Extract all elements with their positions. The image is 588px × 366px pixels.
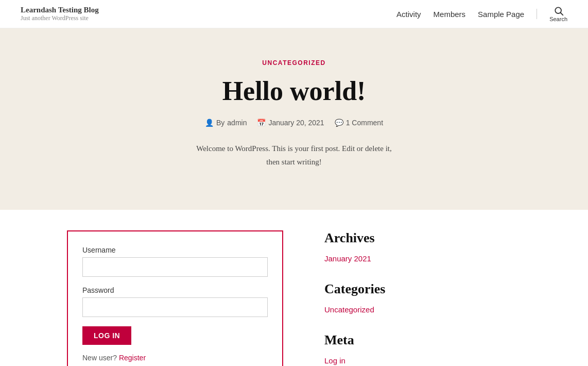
- categories-section: Categories Uncategorized: [324, 281, 567, 314]
- author-name[interactable]: admin: [227, 119, 247, 127]
- hero-section: UNCATEGORIZED Hello world! 👤 By admin 📅 …: [0, 28, 588, 210]
- login-widget: Username Password LOG IN New user? Regis…: [67, 230, 283, 366]
- meta-section: Meta Log in Entries feed Comments feed: [324, 332, 567, 366]
- svg-line-1: [560, 13, 563, 15]
- site-title[interactable]: Learndash Testing Blog: [21, 6, 99, 14]
- nav-members[interactable]: Members: [434, 10, 466, 19]
- nav-divider: [537, 9, 537, 19]
- username-label: Username: [82, 246, 268, 254]
- main-area: Username Password LOG IN New user? Regis…: [0, 210, 588, 366]
- archives-heading: Archives: [324, 230, 567, 246]
- register-link[interactable]: Register: [119, 354, 146, 362]
- right-column: Archives January 2021 Categories Uncateg…: [324, 230, 567, 366]
- calendar-icon: 📅: [257, 119, 266, 127]
- site-description: Just another WordPress site: [21, 14, 99, 22]
- password-input[interactable]: [82, 297, 268, 317]
- category-link-uncategorized[interactable]: Uncategorized: [324, 305, 567, 314]
- post-author: 👤 By admin: [205, 119, 247, 127]
- post-date-value: January 20, 2021: [268, 119, 324, 127]
- archives-section: Archives January 2021: [324, 230, 567, 263]
- site-nav: Activity Members Sample Page Search: [396, 6, 567, 22]
- nav-sample-page[interactable]: Sample Page: [478, 10, 524, 19]
- post-comments: 💬 1 Comment: [335, 119, 383, 127]
- author-prefix: By: [216, 119, 224, 127]
- post-comments-count[interactable]: 1 Comment: [346, 119, 383, 127]
- meta-link-login[interactable]: Log in: [324, 356, 567, 365]
- post-date: 📅 January 20, 2021: [257, 119, 324, 127]
- post-meta: 👤 By admin 📅 January 20, 2021 💬 1 Commen…: [10, 119, 578, 127]
- new-user-text: New user?: [82, 354, 117, 362]
- post-content: Welcome to WordPress. This is your first…: [196, 142, 392, 169]
- nav-activity[interactable]: Activity: [396, 10, 421, 19]
- author-icon: 👤: [205, 119, 214, 127]
- password-label: Password: [82, 286, 268, 294]
- site-branding: Learndash Testing Blog Just another Word…: [21, 6, 99, 22]
- comment-icon: 💬: [335, 119, 343, 127]
- new-user-section: New user? Register: [82, 353, 268, 362]
- archives-link-jan2021[interactable]: January 2021: [324, 254, 567, 263]
- site-header: Learndash Testing Blog Just another Word…: [0, 0, 588, 28]
- header-search-button[interactable]: Search: [549, 6, 567, 22]
- post-title: Hello world!: [10, 76, 578, 106]
- meta-heading: Meta: [324, 332, 567, 348]
- search-icon: [554, 6, 564, 16]
- header-search-label: Search: [549, 16, 567, 22]
- left-column: Username Password LOG IN New user? Regis…: [67, 230, 283, 366]
- login-button[interactable]: LOG IN: [82, 326, 131, 345]
- categories-heading: Categories: [324, 281, 567, 297]
- post-category[interactable]: UNCATEGORIZED: [10, 59, 578, 66]
- username-input[interactable]: [82, 257, 268, 277]
